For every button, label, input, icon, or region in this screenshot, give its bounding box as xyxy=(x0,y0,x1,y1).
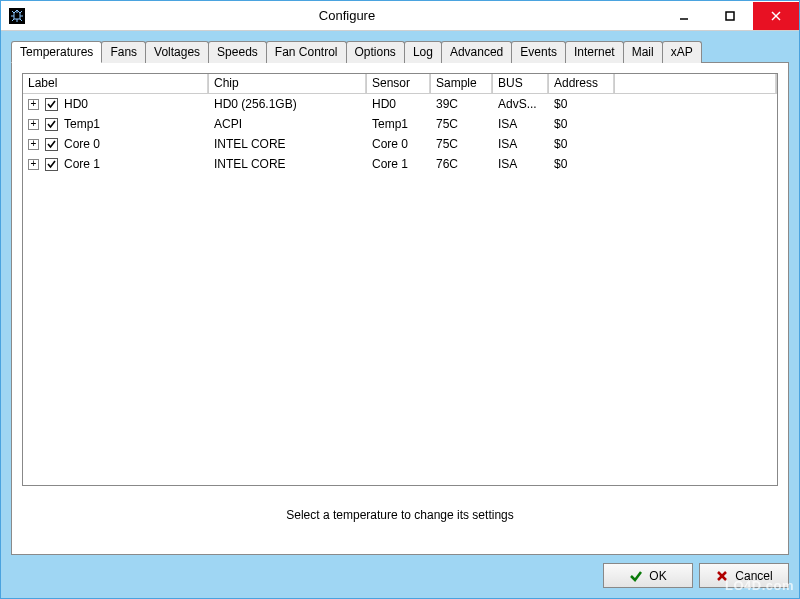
column-header-spacer xyxy=(615,74,777,93)
cancel-button[interactable]: Cancel xyxy=(699,563,789,588)
tab-voltages[interactable]: Voltages xyxy=(145,41,209,63)
ok-label: OK xyxy=(649,569,666,583)
tab-options[interactable]: Options xyxy=(346,41,405,63)
cell-chip: INTEL CORE xyxy=(209,156,367,172)
row-label: HD0 xyxy=(64,97,88,111)
cell-sensor: Temp1 xyxy=(367,116,431,132)
cell-sensor: Core 1 xyxy=(367,156,431,172)
cell-sample: 39C xyxy=(431,96,493,112)
cell-label: +Core 0 xyxy=(23,136,209,152)
window-frame: Configure TemperaturesFansVoltagesSpeeds… xyxy=(0,0,800,599)
row-label: Temp1 xyxy=(64,117,100,131)
column-header-sensor[interactable]: Sensor xyxy=(367,74,431,93)
client-area: TemperaturesFansVoltagesSpeedsFan Contro… xyxy=(1,31,799,598)
row-label: Core 1 xyxy=(64,157,100,171)
tab-events[interactable]: Events xyxy=(511,41,566,63)
cell-chip: HD0 (256.1GB) xyxy=(209,96,367,112)
ok-button[interactable]: OK xyxy=(603,563,693,588)
close-button[interactable] xyxy=(753,2,799,30)
column-header-label[interactable]: Label xyxy=(23,74,209,93)
column-header-address[interactable]: Address xyxy=(549,74,615,93)
list-header: LabelChipSensorSampleBUSAddress xyxy=(23,74,777,94)
column-header-chip[interactable]: Chip xyxy=(209,74,367,93)
cell-sensor: Core 0 xyxy=(367,136,431,152)
minimize-button[interactable] xyxy=(661,2,707,30)
tab-temperatures[interactable]: Temperatures xyxy=(11,41,102,63)
cell-address: $0 xyxy=(549,156,615,172)
temperature-list: LabelChipSensorSampleBUSAddress +HD0HD0 … xyxy=(22,73,778,486)
cell-label: +Temp1 xyxy=(23,116,209,132)
button-bar: OK Cancel xyxy=(11,555,789,588)
checkbox[interactable] xyxy=(45,138,58,151)
list-body: +HD0HD0 (256.1GB)HD039CAdvS...$0+Temp1AC… xyxy=(23,94,777,485)
tab-log[interactable]: Log xyxy=(404,41,442,63)
row-label: Core 0 xyxy=(64,137,100,151)
cell-bus: AdvS... xyxy=(493,96,549,112)
cell-sample: 76C xyxy=(431,156,493,172)
check-icon xyxy=(629,569,643,583)
expand-icon[interactable]: + xyxy=(28,99,39,110)
cell-sensor: HD0 xyxy=(367,96,431,112)
list-item[interactable]: +Temp1ACPITemp175CISA$0 xyxy=(23,114,777,134)
app-icon xyxy=(9,8,25,24)
cell-bus: ISA xyxy=(493,136,549,152)
expand-icon[interactable]: + xyxy=(28,139,39,150)
tab-fan-control[interactable]: Fan Control xyxy=(266,41,347,63)
cell-sample: 75C xyxy=(431,136,493,152)
tab-mail[interactable]: Mail xyxy=(623,41,663,63)
cell-bus: ISA xyxy=(493,156,549,172)
cell-bus: ISA xyxy=(493,116,549,132)
cancel-label: Cancel xyxy=(735,569,772,583)
cell-chip: INTEL CORE xyxy=(209,136,367,152)
window-title: Configure xyxy=(33,8,661,23)
tab-internet[interactable]: Internet xyxy=(565,41,624,63)
column-header-bus[interactable]: BUS xyxy=(493,74,549,93)
tab-content: LabelChipSensorSampleBUSAddress +HD0HD0 … xyxy=(11,62,789,555)
cell-label: +Core 1 xyxy=(23,156,209,172)
checkbox[interactable] xyxy=(45,158,58,171)
list-item[interactable]: +HD0HD0 (256.1GB)HD039CAdvS...$0 xyxy=(23,94,777,114)
window-controls xyxy=(661,2,799,30)
checkbox[interactable] xyxy=(45,98,58,111)
titlebar: Configure xyxy=(1,1,799,31)
tab-speeds[interactable]: Speeds xyxy=(208,41,267,63)
expand-icon[interactable]: + xyxy=(28,159,39,170)
list-item[interactable]: +Core 1INTEL CORECore 176CISA$0 xyxy=(23,154,777,174)
tab-advanced[interactable]: Advanced xyxy=(441,41,512,63)
column-header-sample[interactable]: Sample xyxy=(431,74,493,93)
expand-icon[interactable]: + xyxy=(28,119,39,130)
cell-chip: ACPI xyxy=(209,116,367,132)
hint-text: Select a temperature to change its setti… xyxy=(22,486,778,544)
list-item[interactable]: +Core 0INTEL CORECore 075CISA$0 xyxy=(23,134,777,154)
cancel-icon xyxy=(715,569,729,583)
tab-fans[interactable]: Fans xyxy=(101,41,146,63)
cell-address: $0 xyxy=(549,116,615,132)
cell-address: $0 xyxy=(549,136,615,152)
tab-strip: TemperaturesFansVoltagesSpeedsFan Contro… xyxy=(11,41,789,63)
svg-rect-2 xyxy=(726,12,734,20)
cell-label: +HD0 xyxy=(23,96,209,112)
tab-xap[interactable]: xAP xyxy=(662,41,702,63)
cell-address: $0 xyxy=(549,96,615,112)
maximize-button[interactable] xyxy=(707,2,753,30)
cell-sample: 75C xyxy=(431,116,493,132)
checkbox[interactable] xyxy=(45,118,58,131)
